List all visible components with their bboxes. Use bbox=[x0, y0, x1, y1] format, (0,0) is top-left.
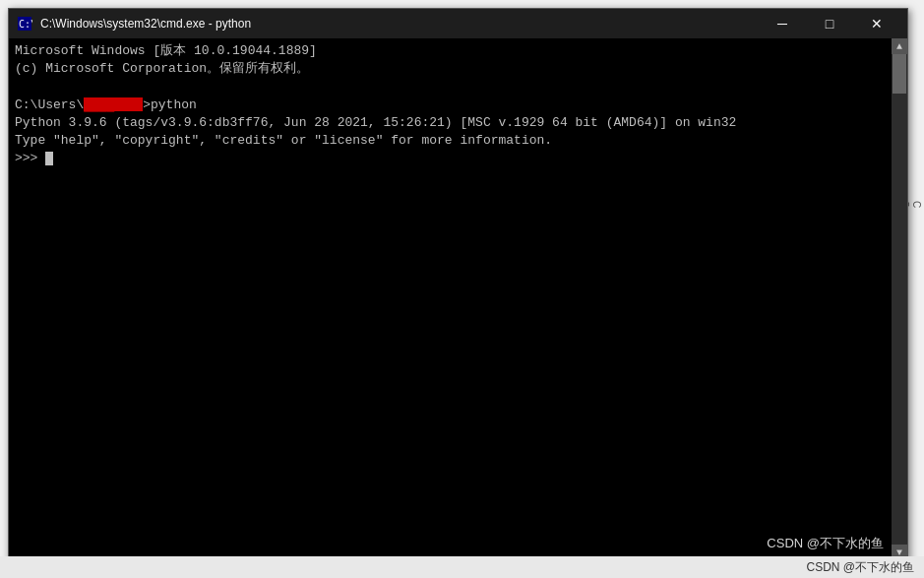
line-copyright: (c) Microsoft Corporation。保留所有权利。 bbox=[15, 61, 309, 76]
cmd-window: C:\ C:\Windows\system32\cmd.exe - python… bbox=[8, 8, 908, 561]
line-python-help: Type "help", "copyright", "credits" or "… bbox=[15, 133, 552, 148]
bottom-strip: CSDN @不下水的鱼 bbox=[0, 556, 924, 578]
line-python-version: Python 3.9.6 (tags/v3.9.6:db3ff76, Jun 2… bbox=[15, 115, 736, 130]
console-body[interactable]: Microsoft Windows [版本 10.0.19044.1889] (… bbox=[9, 38, 907, 560]
line-prompt[interactable]: >>> bbox=[15, 151, 53, 165]
cursor bbox=[45, 152, 53, 165]
cmd-icon: C:\ bbox=[17, 16, 32, 32]
line-prompt-python: C:\Users\████>python bbox=[15, 97, 197, 112]
console-output[interactable]: Microsoft Windows [版本 10.0.19044.1889] (… bbox=[9, 38, 892, 560]
line-win-version: Microsoft Windows [版本 10.0.19044.1889] bbox=[15, 43, 317, 58]
scrollbar-track[interactable] bbox=[892, 54, 907, 545]
scroll-up-button[interactable]: ▲ bbox=[892, 38, 907, 54]
minimize-button[interactable]: ─ bbox=[760, 9, 805, 38]
svg-text:C:\: C:\ bbox=[19, 19, 32, 30]
maximize-button[interactable]: □ bbox=[807, 9, 852, 38]
close-button[interactable]: ✕ bbox=[854, 9, 899, 38]
scrollbar[interactable]: ▲ ▼ bbox=[892, 38, 907, 560]
title-bar-controls: ─ □ ✕ bbox=[760, 9, 899, 38]
line-blank bbox=[15, 79, 23, 94]
title-bar-text: C:\Windows\system32\cmd.exe - python bbox=[40, 17, 760, 31]
scrollbar-thumb[interactable] bbox=[893, 54, 906, 94]
title-bar: C:\ C:\Windows\system32\cmd.exe - python… bbox=[9, 9, 907, 38]
bottom-strip-text: CSDN @不下水的鱼 bbox=[806, 559, 914, 576]
redacted-username: ████ bbox=[84, 97, 143, 111]
watermark: CSDN @不下水的鱼 bbox=[763, 533, 888, 554]
